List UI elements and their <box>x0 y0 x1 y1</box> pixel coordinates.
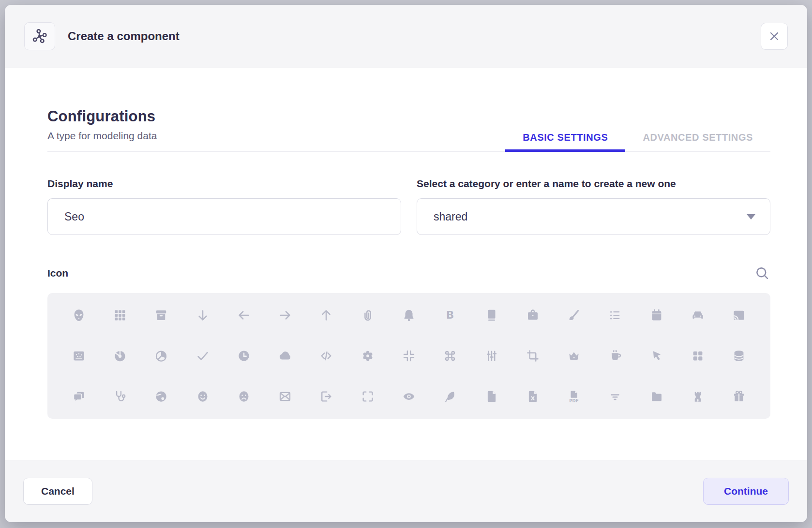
cloud-icon[interactable] <box>264 336 305 376</box>
controls-icon[interactable] <box>471 336 512 376</box>
cancel-button[interactable]: Cancel <box>23 478 92 505</box>
cast-icon[interactable] <box>719 295 760 336</box>
search-magnifier-icon <box>754 265 770 281</box>
component-icon-box <box>24 22 55 50</box>
gift-icon[interactable] <box>719 376 760 417</box>
emotion-sad-icon[interactable] <box>223 376 264 417</box>
close-button[interactable] <box>761 23 788 50</box>
section-headings: Configurations A type for modeling data <box>47 108 157 151</box>
arrow-down-icon[interactable] <box>182 295 223 336</box>
display-name-input[interactable] <box>47 198 401 235</box>
file-excel-icon[interactable] <box>512 376 553 417</box>
close-x-icon <box>768 30 781 43</box>
file-icon[interactable] <box>471 376 512 417</box>
dialog-body: Configurations A type for modeling data … <box>5 68 807 460</box>
chevron-down-icon <box>747 214 755 220</box>
filter-icon[interactable] <box>595 376 636 417</box>
emotion-happy-icon[interactable] <box>182 376 223 417</box>
calendar-icon[interactable] <box>636 295 677 336</box>
icon-picker-header: Icon <box>47 265 770 281</box>
eye-icon[interactable] <box>388 376 429 417</box>
discussion-icon[interactable] <box>58 376 99 417</box>
section-head: Configurations A type for modeling data … <box>47 108 770 152</box>
tab-advanced-settings[interactable]: ADVANCED SETTINGS <box>625 132 770 151</box>
chart-pie-icon[interactable] <box>141 336 182 376</box>
dialog-header: Create a component <box>5 5 807 68</box>
arrow-up-icon[interactable] <box>306 295 347 336</box>
file-pdf-icon[interactable] <box>554 376 595 417</box>
briefcase-icon[interactable] <box>512 295 553 336</box>
category-label: Select a category or enter a name to cre… <box>417 178 770 190</box>
earth-icon[interactable] <box>141 376 182 417</box>
car-icon[interactable] <box>677 295 718 336</box>
settings-tabs: BASIC SETTINGS ADVANCED SETTINGS <box>505 132 770 151</box>
crown-icon[interactable] <box>554 336 595 376</box>
brush-icon[interactable] <box>554 295 595 336</box>
folder-icon[interactable] <box>636 376 677 417</box>
database-icon[interactable] <box>719 336 760 376</box>
fort-icon[interactable] <box>677 376 718 417</box>
command-icon[interactable] <box>430 336 471 376</box>
chalkboard-icon[interactable] <box>58 336 99 376</box>
check-icon[interactable] <box>182 336 223 376</box>
arrow-right-icon[interactable] <box>264 295 305 336</box>
continue-button[interactable]: Continue <box>703 478 789 505</box>
cup-icon[interactable] <box>595 336 636 376</box>
dialog-footer: Cancel Continue <box>5 460 807 522</box>
apps-icon[interactable] <box>99 295 140 336</box>
collapse-icon[interactable] <box>388 336 429 376</box>
component-molecule-icon <box>31 28 48 44</box>
form-row: Display name Select a category or enter … <box>47 178 770 235</box>
expand-icon[interactable] <box>347 376 388 417</box>
category-selected-value: shared <box>434 210 467 223</box>
doctor-icon[interactable] <box>99 376 140 417</box>
bold-icon[interactable] <box>430 295 471 336</box>
tab-basic-settings[interactable]: BASIC SETTINGS <box>505 132 625 152</box>
feather-icon[interactable] <box>430 376 471 417</box>
bell-icon[interactable] <box>388 295 429 336</box>
exit-icon[interactable] <box>306 376 347 417</box>
book-icon[interactable] <box>471 295 512 336</box>
cog-icon[interactable] <box>347 336 388 376</box>
section-title: Configurations <box>47 108 157 125</box>
icon-label: Icon <box>47 267 68 279</box>
dialog-title: Create a component <box>68 29 180 43</box>
icon-picker-grid <box>47 293 770 419</box>
bulleted-list-icon[interactable] <box>595 295 636 336</box>
attachment-icon[interactable] <box>347 295 388 336</box>
archive-icon[interactable] <box>141 295 182 336</box>
code-icon[interactable] <box>306 336 347 376</box>
create-component-dialog: Create a component Configurations A type… <box>5 5 807 522</box>
arrow-left-icon[interactable] <box>223 295 264 336</box>
icon-search-button[interactable] <box>754 265 770 281</box>
cursor-icon[interactable] <box>636 336 677 376</box>
envelope-icon[interactable] <box>264 376 305 417</box>
display-name-field: Display name <box>47 178 401 235</box>
section-subtitle: A type for modeling data <box>47 130 157 142</box>
chart-donut-icon[interactable] <box>99 336 140 376</box>
alien-icon[interactable] <box>58 295 99 336</box>
dashboard-icon[interactable] <box>677 336 718 376</box>
display-name-label: Display name <box>47 178 401 190</box>
category-select[interactable]: shared <box>417 198 770 235</box>
clock-icon[interactable] <box>223 336 264 376</box>
crop-icon[interactable] <box>512 336 553 376</box>
category-field: Select a category or enter a name to cre… <box>417 178 770 235</box>
